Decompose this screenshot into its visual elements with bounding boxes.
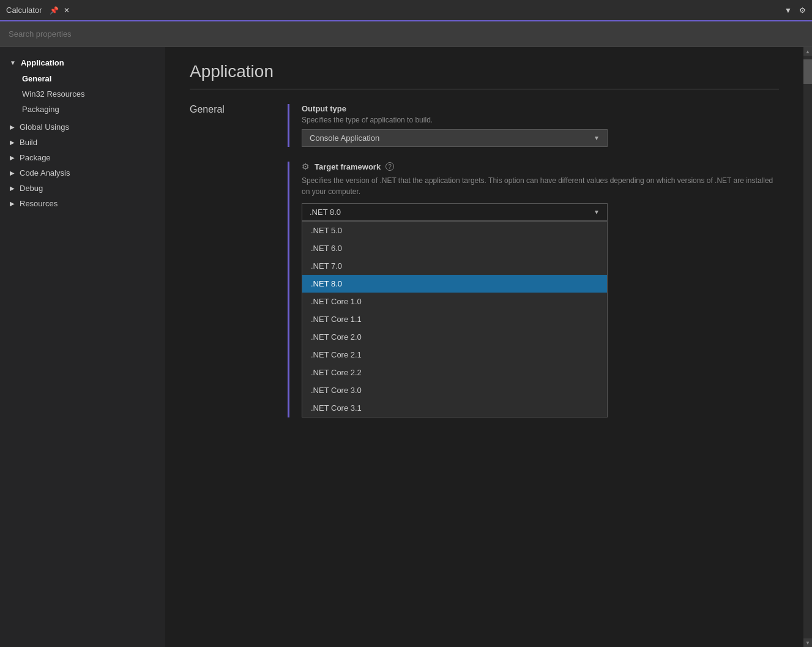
- dropdown-option-netcore21[interactable]: .NET Core 2.1: [302, 346, 607, 364]
- chevron-right-icon: [10, 124, 15, 130]
- content-inner: Application General Output type Specifie…: [165, 47, 803, 442]
- content-area: Application General Output type Specifie…: [165, 47, 803, 647]
- output-type-description: Specifies the type of application to bui…: [302, 116, 779, 124]
- search-bar: [0, 21, 812, 47]
- dropdown-option-netcore31[interactable]: .NET Core 3.1: [302, 399, 607, 417]
- dropdown-arrow-icon[interactable]: ▼: [784, 6, 792, 15]
- tf-current-value: .NET 8.0: [310, 208, 341, 217]
- content-section: Output type Specifies the type of applic…: [288, 104, 779, 427]
- scroll-down-arrow[interactable]: ▼: [803, 638, 812, 647]
- output-type-value: Console Application: [310, 133, 379, 143]
- sidebar-item-general[interactable]: General: [0, 71, 165, 86]
- chevron-right-icon-package: [10, 154, 15, 161]
- dropdown-option-net70[interactable]: .NET 7.0: [302, 257, 607, 275]
- sidebar-item-globalusings-label: Global Usings: [20, 122, 69, 132]
- sidebar-item-win32resources[interactable]: Win32 Resources: [0, 86, 165, 102]
- scrollbar-thumb[interactable]: [803, 59, 812, 84]
- main-layout: Application General Win32 Resources Pack…: [0, 47, 812, 647]
- output-type-label: Output type: [302, 104, 779, 113]
- sidebar-item-debug[interactable]: Debug: [0, 181, 165, 196]
- page-divider: [190, 89, 779, 89]
- sidebar: Application General Win32 Resources Pack…: [0, 47, 165, 647]
- chevron-right-icon-build: [10, 139, 15, 146]
- sidebar-item-application[interactable]: Application: [0, 54, 165, 71]
- sidebar-section-application: Application General Win32 Resources Pack…: [0, 54, 165, 117]
- dropdown-option-netcore30[interactable]: .NET Core 3.0: [302, 381, 607, 399]
- tf-dropdown-arrow-icon: ▼: [594, 209, 600, 215]
- dropdown-option-netcore10[interactable]: .NET Core 1.0: [302, 293, 607, 310]
- sidebar-item-package[interactable]: Package: [0, 150, 165, 165]
- section-label: General: [190, 104, 288, 417]
- title-bar: Calculator 📌 ✕ ▼ ⚙: [0, 0, 812, 21]
- close-icon[interactable]: ✕: [64, 6, 70, 15]
- chevron-right-icon-resources: [10, 200, 15, 207]
- sidebar-item-codeanalysis-label: Code Analysis: [20, 168, 70, 178]
- sidebar-item-resources[interactable]: Resources: [0, 196, 165, 211]
- help-icon[interactable]: ?: [386, 162, 394, 171]
- dropdown-arrow-icon: ▼: [594, 135, 600, 141]
- sidebar-item-packaging[interactable]: Packaging: [0, 102, 165, 117]
- title-bar-title: Calculator: [6, 6, 42, 15]
- chevron-right-icon-debug: [10, 185, 15, 192]
- content-row: General Output type Specifies the type o…: [190, 104, 779, 427]
- dropdown-option-net80[interactable]: .NET 8.0: [302, 275, 607, 293]
- sidebar-item-package-label: Package: [20, 153, 51, 162]
- scrollbar: ▲ ▼: [803, 47, 812, 647]
- sidebar-item-build[interactable]: Build: [0, 135, 165, 150]
- scroll-up-arrow[interactable]: ▲: [803, 47, 812, 56]
- tf-description: Specifies the version of .NET that the a…: [302, 175, 779, 197]
- title-bar-icons: 📌 ✕: [50, 6, 70, 15]
- sidebar-item-general-label: General: [22, 74, 51, 83]
- sidebar-item-resources-label: Resources: [20, 199, 58, 208]
- sidebar-item-debug-label: Debug: [20, 184, 43, 193]
- sidebar-section-application-label: Application: [21, 58, 64, 67]
- dropdown-option-netcore22[interactable]: .NET Core 2.2: [302, 364, 607, 381]
- dropdown-option-net50[interactable]: .NET 5.0: [302, 222, 607, 239]
- title-bar-right: ▼ ⚙: [784, 6, 806, 15]
- settings-icon[interactable]: ⚙: [799, 6, 806, 15]
- sidebar-item-win32resources-label: Win32 Resources: [22, 89, 85, 99]
- tf-header: ⚙ Target framework ?: [302, 162, 779, 171]
- gear-icon: ⚙: [302, 162, 310, 171]
- sidebar-item-codeanalysis[interactable]: Code Analysis: [0, 165, 165, 181]
- sidebar-item-build-label: Build: [20, 138, 37, 147]
- dropdown-option-netcore11[interactable]: .NET Core 1.1: [302, 310, 607, 328]
- page-title: Application: [190, 62, 779, 81]
- pin-icon[interactable]: 📌: [50, 6, 59, 15]
- output-type-group: Output type Specifies the type of applic…: [302, 104, 779, 147]
- dropdown-option-netcore20[interactable]: .NET Core 2.0: [302, 328, 607, 346]
- target-framework-dropdown-list: .NET 5.0 .NET 6.0 .NET 7.0 .NET 8.0 .NET…: [302, 221, 608, 417]
- chevron-down-icon: [10, 59, 16, 66]
- target-framework-dropdown[interactable]: .NET 8.0 ▼: [302, 203, 608, 221]
- tf-label: Target framework: [315, 162, 381, 171]
- target-framework-section: ⚙ Target framework ? Specifies the versi…: [288, 162, 779, 417]
- output-type-dropdown[interactable]: Console Application ▼: [302, 129, 608, 147]
- chevron-right-icon-codeanalysis: [10, 170, 15, 176]
- output-type-section: Output type Specifies the type of applic…: [288, 104, 779, 147]
- sidebar-item-globalusings[interactable]: Global Usings: [0, 119, 165, 135]
- dropdown-option-net60[interactable]: .NET 6.0: [302, 239, 607, 257]
- search-input[interactable]: [9, 29, 803, 39]
- sidebar-item-packaging-label: Packaging: [22, 105, 59, 114]
